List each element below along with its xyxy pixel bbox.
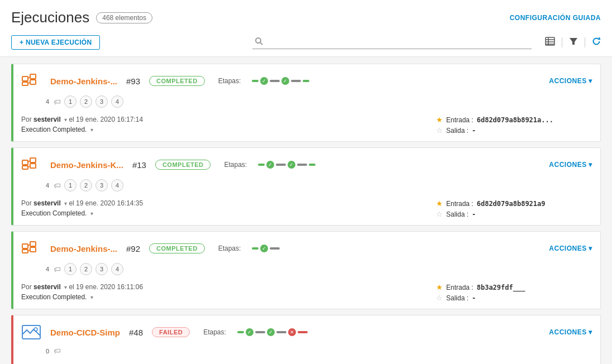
- entrada-value[interactable]: 8b3a29fdf___: [477, 284, 525, 291]
- acciones-button[interactable]: ACCIONES ▾: [549, 245, 592, 252]
- salida-value: -: [472, 127, 476, 135]
- user-dropdown[interactable]: ▾: [64, 117, 67, 123]
- svg-rect-17: [30, 164, 36, 168]
- status-dropdown[interactable]: ▾: [90, 127, 93, 133]
- entrada-star: ★: [436, 116, 443, 124]
- tag-bubble: 3: [95, 179, 108, 191]
- by-label: Por: [21, 283, 32, 291]
- filter-icon[interactable]: [569, 37, 578, 48]
- execution-name[interactable]: Demo-Jenkins-K...: [50, 160, 123, 170]
- salida-row: ☆ Salida : -: [436, 126, 592, 135]
- execution-status-text: Execution Completed. ▾: [21, 209, 436, 217]
- execution-name[interactable]: Demo-Jenkins-...: [50, 244, 117, 253]
- tag-bubble: 2: [80, 179, 92, 191]
- execution-number: #92: [126, 244, 140, 253]
- acciones-button[interactable]: ACCIONES ▾: [549, 77, 592, 85]
- execution-name[interactable]: Demo-CICD-Simp: [50, 328, 120, 337]
- pipeline-icon: [21, 238, 41, 258]
- execution-card: Demo-Jenkins-... #93 COMPLETED Etapas: ✓…: [11, 64, 601, 142]
- execution-number: #48: [129, 328, 143, 337]
- entrada-row: ★ Entrada : 6d82d079a8b8921a...: [436, 116, 592, 124]
- toolbar-divider-2: [585, 37, 585, 47]
- tag-bubble: 4: [111, 95, 123, 108]
- tag-bubble: 2: [80, 95, 92, 108]
- meta-right: ★ Entrada : 8b3a29fdf___ ☆ Salida : -: [436, 283, 592, 302]
- salida-row: ☆ Salida : -: [436, 210, 592, 218]
- tag-count: 0: [46, 348, 49, 355]
- toolbar: + NUEVA EJECUCIÓN: [0, 31, 612, 57]
- execution-date: el 19 ene. 2020 16:17:14: [69, 116, 143, 123]
- execution-status-text: Execution Completed. ▾: [21, 293, 436, 301]
- toolbar-divider: [562, 37, 562, 47]
- salida-star: ☆: [436, 210, 443, 218]
- user-dropdown[interactable]: ▾: [64, 200, 67, 207]
- stage-dot: [297, 164, 307, 166]
- tag-bubble: 1: [64, 179, 76, 191]
- stage-check: ✓: [260, 77, 268, 85]
- acciones-button[interactable]: ACCIONES ▾: [549, 328, 592, 336]
- card-bottom: Por sestervil ▾ el 19 ene. 2020 16:09:20…: [13, 361, 600, 364]
- execution-name[interactable]: Demo-Jenkins-...: [50, 76, 117, 86]
- meta-left: Por sestervil ▾ el 19 ene. 2020 16:17:14…: [21, 116, 436, 133]
- tag-bubble: 1: [64, 263, 76, 275]
- tag-bubble: 2: [80, 263, 92, 275]
- svg-marker-7: [570, 38, 577, 45]
- salida-row: ☆ Salida : -: [436, 294, 592, 302]
- stage-dot: [258, 164, 265, 166]
- meta-left: Por sestervil ▾ el 19 ene. 2020 16:11:06…: [21, 283, 436, 301]
- status-badge: COMPLETED: [149, 76, 205, 86]
- entrada-value[interactable]: 6d82d079a8b8921a...: [477, 116, 553, 124]
- status-dropdown[interactable]: ▾: [90, 210, 93, 217]
- execution-number: #93: [126, 76, 140, 86]
- etapas-label: Etapas:: [203, 328, 226, 336]
- status-badge: COMPLETED: [149, 243, 205, 253]
- entrada-star: ★: [436, 199, 443, 208]
- search-input[interactable]: [267, 38, 529, 46]
- tag-icon: 🏷: [54, 98, 61, 106]
- tag-icon: 🏷: [54, 347, 61, 355]
- tag-bubble: 3: [95, 95, 108, 108]
- card-top: Demo-Jenkins-... #92 COMPLETED Etapas: ✓…: [13, 232, 600, 263]
- execution-user: sestervil: [34, 116, 61, 123]
- tag-bubble: 4: [111, 179, 123, 191]
- refresh-icon[interactable]: [592, 37, 601, 48]
- status-dropdown[interactable]: ▾: [90, 294, 93, 300]
- entrada-value[interactable]: 6d82d079a8b8921a9: [477, 200, 546, 208]
- stage-indicators: ✓: [252, 245, 280, 252]
- salida-star: ☆: [436, 294, 443, 302]
- stage-dot: [291, 80, 301, 82]
- etapas-label: Etapas:: [224, 161, 247, 169]
- stage-check: ✓: [288, 161, 295, 169]
- salida-value: -: [472, 210, 476, 218]
- status-badge-failed: FAILED: [152, 327, 190, 337]
- svg-rect-9: [22, 82, 28, 85]
- svg-rect-10: [30, 74, 36, 79]
- toolbar-icons: [545, 37, 601, 48]
- svg-line-1: [261, 43, 263, 45]
- stage-dot: [255, 331, 265, 333]
- pipeline-icon: [21, 71, 41, 91]
- tags-row: 4 🏷 1 2 3 4: [13, 179, 600, 197]
- table-view-icon[interactable]: [545, 37, 555, 48]
- header-left: Ejecuciones 468 elementos: [11, 9, 152, 26]
- tags-row: 4 🏷 1 2 3 4: [13, 95, 600, 113]
- svg-rect-11: [30, 80, 36, 84]
- tag-count: 4: [46, 182, 49, 189]
- new-execution-button[interactable]: + NUEVA EJECUCIÓN: [11, 35, 100, 50]
- execution-number: #13: [132, 160, 146, 170]
- execution-by: Por sestervil ▾ el 19 ene. 2020 16:14:35: [21, 199, 436, 207]
- status-badge: COMPLETED: [155, 160, 211, 170]
- user-dropdown[interactable]: ▾: [64, 284, 67, 290]
- acciones-button[interactable]: ACCIONES ▾: [549, 161, 592, 169]
- entrada-label: Entrada :: [446, 200, 474, 208]
- tags-row: 4 🏷 1 2 3 4: [13, 263, 600, 281]
- stage-check: ✓: [260, 245, 268, 252]
- salida-star: ☆: [436, 126, 443, 135]
- config-link[interactable]: CONFIGURACIÓN GUIADA: [510, 14, 601, 22]
- stage-indicators: ✓ ✓: [258, 161, 315, 169]
- stage-dot: [270, 80, 280, 82]
- salida-label: Salida :: [446, 294, 468, 302]
- meta-right: ★ Entrada : 6d82d079a8b8921a9 ☆ Salida :…: [436, 199, 592, 218]
- tag-icon: 🏷: [54, 181, 61, 190]
- salida-label: Salida :: [446, 210, 468, 218]
